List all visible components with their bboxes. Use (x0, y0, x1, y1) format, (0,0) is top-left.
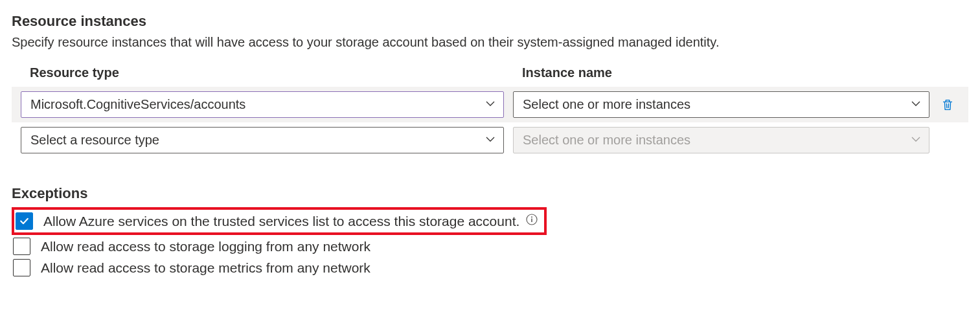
svg-point-1 (531, 216, 532, 218)
chevron-down-icon (911, 133, 921, 148)
table-row: Select a resource type Select one or mor… (12, 122, 968, 158)
header-resource-type: Resource type (30, 65, 522, 80)
resource-instances-section: Resource instances Specify resource inst… (12, 13, 968, 158)
delete-row-button[interactable] (936, 98, 959, 112)
trash-icon (940, 98, 955, 112)
checkbox-label: Allow read access to storage logging fro… (41, 239, 370, 254)
chevron-down-icon (485, 133, 496, 148)
exceptions-title: Exceptions (12, 185, 968, 202)
resource-type-dropdown[interactable]: Microsoft.CognitiveServices/accounts (21, 91, 504, 118)
info-icon[interactable] (519, 214, 538, 229)
table-headers: Resource type Instance name (12, 65, 968, 87)
checkbox-label: Allow read access to storage metrics fro… (41, 260, 370, 276)
checkbox-row-highlighted: Allow Azure services on the trusted serv… (12, 207, 547, 235)
checkbox-storage-logging[interactable] (13, 238, 30, 255)
checkbox-row: Allow read access to storage logging fro… (12, 238, 968, 255)
checkbox-row: Allow read access to storage metrics fro… (12, 259, 968, 276)
resource-type-dropdown[interactable]: Select a resource type (21, 127, 504, 153)
chevron-down-icon (911, 97, 921, 112)
dropdown-placeholder: Select one or more instances (523, 97, 690, 112)
instance-name-dropdown: Select one or more instances (513, 127, 929, 153)
exceptions-section: Exceptions Allow Azure services on the t… (12, 185, 968, 276)
chevron-down-icon (485, 97, 496, 112)
header-instance-name: Instance name (522, 65, 959, 80)
dropdown-value: Microsoft.CognitiveServices/accounts (30, 97, 245, 112)
instance-name-dropdown[interactable]: Select one or more instances (513, 91, 929, 118)
dropdown-placeholder: Select one or more instances (523, 133, 690, 148)
dropdown-placeholder: Select a resource type (30, 133, 159, 148)
checkbox-storage-metrics[interactable] (13, 259, 30, 276)
resource-instances-title: Resource instances (12, 13, 968, 30)
table-row: Microsoft.CognitiveServices/accounts Sel… (12, 87, 968, 122)
resource-instances-description: Specify resource instances that will hav… (12, 35, 968, 50)
svg-rect-2 (532, 219, 533, 223)
check-icon (19, 216, 30, 227)
checkbox-label: Allow Azure services on the trusted serv… (43, 214, 519, 229)
checkbox-trusted-services[interactable] (16, 212, 33, 230)
resource-instances-table: Resource type Instance name Microsoft.Co… (12, 65, 968, 158)
